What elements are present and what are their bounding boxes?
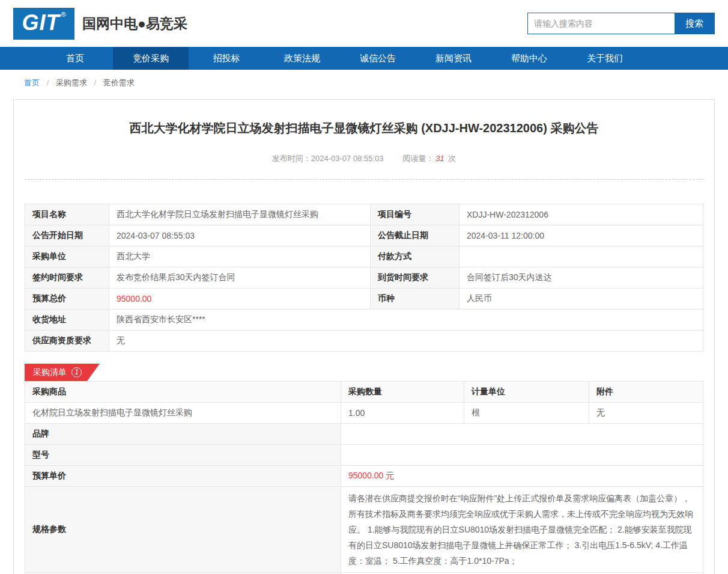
table-row: 预算总价 95000.00 币种 人民币 <box>25 289 703 310</box>
budget-unit-price-value: 95000.00 元 <box>341 466 703 487</box>
product-unit: 根 <box>464 403 589 424</box>
breadcrumb: 首页 / 采购需求 / 竞价需求 <box>0 70 728 96</box>
main-nav: 首页 竞价采购 招投标 政策法规 诚信公告 新闻资讯 帮助中心 关于我们 <box>0 47 728 70</box>
announcement-meta: 发布时间：2024-03-07 08:55:03 阅读量：31 次 <box>25 153 703 164</box>
column-header-quantity: 采购数量 <box>341 382 464 403</box>
search-input[interactable] <box>528 13 675 34</box>
table-row: 签约时间要求 发布竞价结果后30天内签订合同 到货时间要求 合同签订后30天内送… <box>25 267 703 289</box>
read-count-value: 31 <box>435 154 444 163</box>
nav-item-help-center[interactable]: 帮助中心 <box>491 47 567 70</box>
logo-registered-mark: ® <box>61 11 65 18</box>
table-row: 供应商资质要求 无 <box>25 331 703 352</box>
table-row: 项目名称 西北大学化材学院日立场发射扫描电子显微镜灯丝采购 项目编号 XDJJ-… <box>25 204 703 225</box>
nav-item-policies[interactable]: 政策法规 <box>264 47 340 70</box>
nav-item-bidding-purchase[interactable]: 竞价采购 <box>113 47 189 70</box>
breadcrumb-home[interactable]: 首页 <box>24 78 40 87</box>
announcement-card: 西北大学化材学院日立场发射扫描电子显微镜灯丝采购 (XDJJ-HW-202312… <box>13 99 715 574</box>
field-value: 陕西省西安市长安区**** <box>109 310 703 331</box>
nav-item-about-us[interactable]: 关于我们 <box>567 47 643 70</box>
field-label: 预算单价 <box>25 466 341 487</box>
table-row: 型号 <box>25 445 703 466</box>
project-info-table: 项目名称 西北大学化材学院日立场发射扫描电子显微镜灯丝采购 项目编号 XDJJ-… <box>25 204 703 352</box>
field-label: 签约时间要求 <box>25 267 109 289</box>
column-header-attachment: 附件 <box>589 382 703 403</box>
field-label: 到货时间要求 <box>371 267 460 289</box>
purchase-list-table: 采购商品 采购数量 计量单位 附件 化材院日立场发射扫描电子显微镜灯丝采购 1.… <box>25 381 703 574</box>
nav-item-home[interactable]: 首页 <box>37 47 113 70</box>
field-value: 西北大学 <box>109 246 371 267</box>
breadcrumb-bidding-demand: 竞价需求 <box>103 78 135 87</box>
field-value: 2024-03-07 08:55:03 <box>109 225 371 246</box>
field-label: 采购单位 <box>25 246 109 267</box>
field-label: 品牌 <box>25 424 341 445</box>
field-value <box>341 445 703 466</box>
field-value: 人民币 <box>460 289 703 310</box>
field-value: 西北大学化材学院日立场发射扫描电子显微镜灯丝采购 <box>109 204 371 225</box>
site-logo[interactable]: GIT ® <box>13 8 74 40</box>
publish-time-value: 2024-03-07 08:55:03 <box>311 154 384 163</box>
table-row: 预算单价 95000.00 元 <box>25 466 703 487</box>
tab-count-badge: 1 <box>71 367 82 377</box>
publish-time-label: 发布时间： <box>272 154 311 163</box>
field-label: 型号 <box>25 445 341 466</box>
field-label: 币种 <box>371 289 460 310</box>
nav-item-integrity-notice[interactable]: 诚信公告 <box>340 47 416 70</box>
field-label: 公告开始日期 <box>25 225 109 246</box>
field-label: 项目编号 <box>371 204 460 225</box>
breadcrumb-separator: / <box>47 78 49 87</box>
field-value: XDJJ-HW-202312006 <box>460 204 703 225</box>
column-header-product: 采购商品 <box>25 382 341 403</box>
field-label: 供应商资质要求 <box>25 331 109 352</box>
product-quantity: 1.00 <box>341 403 464 424</box>
field-value: 2024-03-11 12:00:00 <box>460 225 703 246</box>
field-label: 公告截止日期 <box>371 225 460 246</box>
field-value: 发布竞价结果后30天内签订合同 <box>109 267 371 289</box>
search-button[interactable]: 搜索 <box>675 13 714 34</box>
site-header: GIT ® 国网中电●易竞采 搜索 <box>0 0 728 47</box>
field-value: 合同签订后30天内送达 <box>460 267 703 289</box>
read-count-unit: 次 <box>448 154 456 163</box>
site-title: 国网中电●易竞采 <box>82 14 187 33</box>
table-row: 公告开始日期 2024-03-07 08:55:03 公告截止日期 2024-0… <box>25 225 703 246</box>
purchase-list-tab-label: 采购清单 <box>33 367 67 378</box>
table-row: 品牌 <box>25 424 703 445</box>
breadcrumb-separator: / <box>94 78 97 87</box>
field-label: 收货地址 <box>25 310 109 331</box>
product-name: 化材院日立场发射扫描电子显微镜灯丝采购 <box>25 403 341 424</box>
product-attachment: 无 <box>589 403 703 424</box>
tab-purchase-list[interactable]: 采购清单 1 <box>25 364 100 381</box>
table-header-row: 采购商品 采购数量 计量单位 附件 <box>25 382 703 403</box>
field-value: 无 <box>109 331 703 352</box>
column-header-unit: 计量单位 <box>464 382 589 403</box>
budget-total-value: 95000.00 <box>109 289 371 310</box>
field-label: 项目名称 <box>25 204 109 225</box>
dashed-divider <box>25 179 703 180</box>
table-row: 化材院日立场发射扫描电子显微镜灯丝采购 1.00 根 无 <box>25 403 703 424</box>
search-bar: 搜索 <box>527 13 715 34</box>
logo-text: GIT <box>22 8 59 38</box>
read-count-label: 阅读量： <box>402 154 434 163</box>
page-title: 西北大学化材学院日立场发射扫描电子显微镜灯丝采购 (XDJJ-HW-202312… <box>25 120 703 136</box>
table-row: 规格参数 请各潜在供应商提交报价时在“响应附件”处上传正式报价单及需求响应偏离表… <box>25 487 703 573</box>
nav-item-news[interactable]: 新闻资讯 <box>416 47 491 70</box>
breadcrumb-purchase-demand[interactable]: 采购需求 <box>56 78 87 87</box>
field-label: 付款方式 <box>371 246 460 267</box>
table-row: 采购单位 西北大学 付款方式 <box>25 246 703 267</box>
nav-item-tendering[interactable]: 招投标 <box>189 47 264 70</box>
field-label: 预算总价 <box>25 289 109 310</box>
field-value <box>341 424 703 445</box>
table-row: 收货地址 陕西省西安市长安区**** <box>25 310 703 331</box>
spec-parameters-value: 请各潜在供应商提交报价时在“响应附件”处上传正式报价单及需求响应偏离表（加盖公章… <box>341 487 703 573</box>
field-value <box>460 246 703 267</box>
field-label: 规格参数 <box>25 487 341 573</box>
